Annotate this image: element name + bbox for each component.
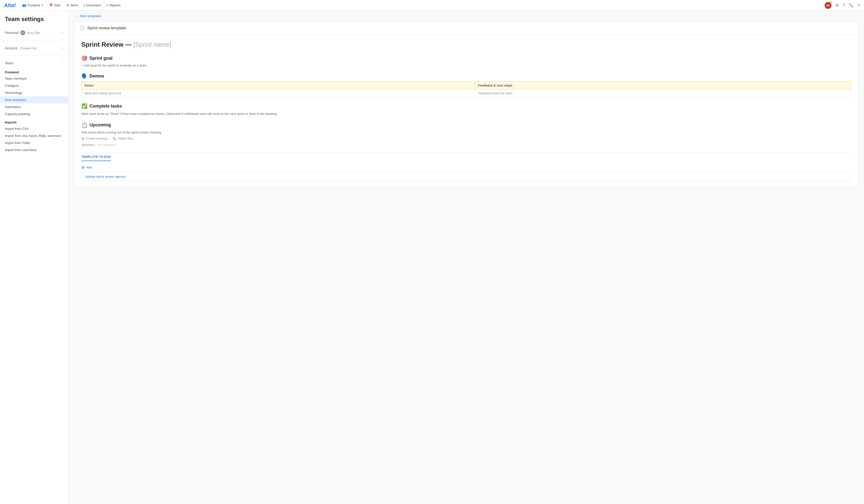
- sidebar-item-note-templates[interactable]: Note templates: [0, 96, 68, 104]
- page-title: Team settings: [0, 11, 68, 26]
- nav-items: 👥 Frontend ▾ 📅 Plan ⊞ Work ℹ Document ≡ …: [20, 2, 825, 9]
- sidebar-item-import-uservoice[interactable]: Import from UserVoice: [0, 146, 68, 154]
- nav-plan-label: Plan: [54, 3, 61, 7]
- back-arrow-icon: ←: [75, 14, 79, 18]
- sidebar-item-terminology[interactable]: Terminology: [0, 89, 68, 96]
- personal-chevron-icon: ›: [62, 31, 63, 35]
- template-header: 📄 Sprint review template: [74, 22, 858, 35]
- workspace-icon: 👥: [22, 3, 26, 7]
- sidebar-item-capacity-planning[interactable]: Capacity planning: [0, 110, 68, 118]
- nav-work[interactable]: ⊞ Work: [64, 2, 80, 9]
- frontend-group-label: Frontend: [0, 68, 68, 75]
- personal-avatar: AE: [20, 30, 25, 35]
- sidebar-item-team-members[interactable]: Team members: [0, 75, 68, 82]
- help-icon[interactable]: ?: [843, 3, 845, 8]
- notification-badge: [830, 1, 832, 3]
- demos-col1-header: Demo: [82, 82, 475, 89]
- sidebar-item-automation[interactable]: Automation: [0, 104, 68, 110]
- account-section: Account Fredwin Inc ›: [0, 42, 68, 53]
- nav-document-label: Document: [86, 3, 100, 7]
- sprint-goal-section: 🎯 Sprint goal Add goal for the sprint to…: [81, 55, 851, 67]
- account-chevron-icon: ›: [62, 46, 63, 50]
- nav-work-label: Work: [70, 3, 78, 7]
- template-card: 📄 Sprint review template Sprint Review —…: [74, 21, 858, 187]
- template-body: Sprint Review — [Sprint name] 🎯 Sprint g…: [74, 35, 858, 187]
- account-header[interactable]: Account Fredwin Inc ›: [5, 45, 63, 51]
- action-row: ⊞ Create mockup 📎 Attach files: [81, 137, 851, 141]
- add-label: Add: [86, 166, 92, 169]
- user-avatar-wrap[interactable]: AE: [825, 2, 831, 9]
- personal-header[interactable]: Personal AE Amy Ellis ›: [5, 29, 63, 37]
- complete-tasks-desc: Mark work items as "Done" if they meet a…: [81, 111, 851, 116]
- create-mockup-btn[interactable]: ⊞ Create mockup: [81, 137, 107, 141]
- complete-tasks-section: ✅ Complete tasks Mark work items as "Don…: [81, 103, 851, 116]
- todos-tab[interactable]: TEMPLATE TO-DOS: [81, 153, 111, 161]
- team-chevron-icon: ˅: [62, 61, 63, 65]
- main-content: ← Note templates 📄 Sprint review templat…: [69, 11, 864, 504]
- complete-tasks-emoji: ✅: [81, 103, 87, 109]
- sidebar-item-import-csv[interactable]: Import from CSV: [0, 125, 68, 132]
- demos-col2-header: Feedback & next steps: [475, 82, 851, 89]
- team-header[interactable]: Team ˅: [5, 60, 63, 67]
- attach-icon: 📎: [112, 137, 116, 141]
- personal-user: Amy Ellis: [27, 31, 40, 35]
- nav-workspace-label: Frontend: [27, 3, 40, 7]
- sidebar-item-import-trello[interactable]: Import from Trello: [0, 139, 68, 146]
- demos-heading: 🗣️ Demos: [81, 73, 851, 79]
- add-todo-btn[interactable]: ⊕ Add: [81, 165, 851, 170]
- plus-icon[interactable]: +: [857, 3, 860, 8]
- complete-tasks-heading: ✅ Complete tasks: [81, 103, 851, 109]
- template-doc-icon: 📄: [80, 25, 85, 31]
- attach-files-btn[interactable]: 📎 Attach files: [112, 137, 133, 141]
- sprint-goal-emoji: 🎯: [81, 55, 87, 61]
- todo-item[interactable]: Update sprint review agenda: [81, 172, 851, 181]
- search-icon[interactable]: 🔍: [849, 3, 853, 8]
- chevron-down-icon: ▾: [42, 4, 43, 7]
- template-main-title: Sprint Review — [Sprint name]: [81, 41, 851, 48]
- nav-right: AE ⚙ ? 🔍 +: [825, 2, 860, 9]
- back-link-label: Note templates: [80, 14, 101, 18]
- personal-section: Personal AE Amy Ellis ›: [0, 26, 68, 38]
- team-label: Team: [5, 61, 13, 65]
- account-name: Fredwin Inc: [20, 46, 36, 50]
- plan-icon: 📅: [49, 3, 53, 7]
- nav-plan[interactable]: 📅 Plan: [47, 2, 63, 9]
- watchers-value: No watchers: [98, 143, 115, 147]
- complete-tasks-title: Complete tasks: [89, 104, 122, 109]
- team-section: Team ˅: [0, 57, 68, 68]
- attach-files-label: Attach files: [118, 137, 133, 140]
- account-label: Account: [5, 46, 17, 50]
- top-nav: Aha! 👥 Frontend ▾ 📅 Plan ⊞ Work ℹ Docume…: [0, 0, 864, 11]
- nav-workspace[interactable]: 👥 Frontend ▾: [20, 2, 46, 9]
- sprint-goal-bullet: Add goal for the sprint to evaluate as a…: [82, 63, 851, 67]
- back-link[interactable]: ← Note templates: [69, 11, 864, 21]
- sprint-name-placeholder: [Sprint name]: [133, 41, 171, 48]
- upcoming-emoji: 📋: [81, 122, 87, 128]
- todos-section: TEMPLATE TO-DOS ⊕ Add Update sprint revi…: [81, 153, 851, 181]
- nav-document[interactable]: ℹ Document: [81, 2, 103, 9]
- document-icon: ℹ: [84, 3, 85, 7]
- imports-group-label: Imports: [0, 118, 68, 125]
- sprint-goal-heading: 🎯 Sprint goal: [81, 55, 851, 61]
- upcoming-heading: 📋 Upcoming: [81, 122, 851, 128]
- demos-row1-col2: Feedback from the team: [475, 89, 851, 97]
- upcoming-title: Upcoming: [89, 122, 111, 128]
- reports-icon: ≡: [106, 3, 108, 7]
- todo-item-label: Update sprint review agenda: [85, 175, 126, 178]
- sidebar: Team settings Personal AE Amy Ellis › Ac…: [0, 11, 69, 504]
- sprint-goal-title: Sprint goal: [89, 56, 112, 61]
- add-icon: ⊕: [81, 165, 85, 170]
- demos-row: Work item being demo-ed Feedback from th…: [82, 89, 851, 97]
- nav-reports[interactable]: ≡ Reports: [104, 2, 123, 9]
- mockup-icon: ⊞: [81, 137, 84, 141]
- watchers-row: Watchers No watchers: [81, 143, 851, 147]
- logo[interactable]: Aha!: [4, 2, 16, 9]
- demos-section: 🗣️ Demos Demo Feedback & next steps: [81, 73, 851, 97]
- settings-icon[interactable]: ⚙: [836, 3, 839, 8]
- demos-table: Demo Feedback & next steps Work item bei…: [81, 81, 851, 97]
- template-header-title: Sprint review template: [87, 26, 126, 30]
- demos-title: Demos: [89, 74, 104, 79]
- upcoming-desc: Add action items coming out of the sprin…: [81, 131, 851, 134]
- sidebar-item-configure[interactable]: Configure: [0, 82, 68, 89]
- sidebar-item-import-jira[interactable]: Import from Jira, Azure, Rally, and more: [0, 132, 68, 139]
